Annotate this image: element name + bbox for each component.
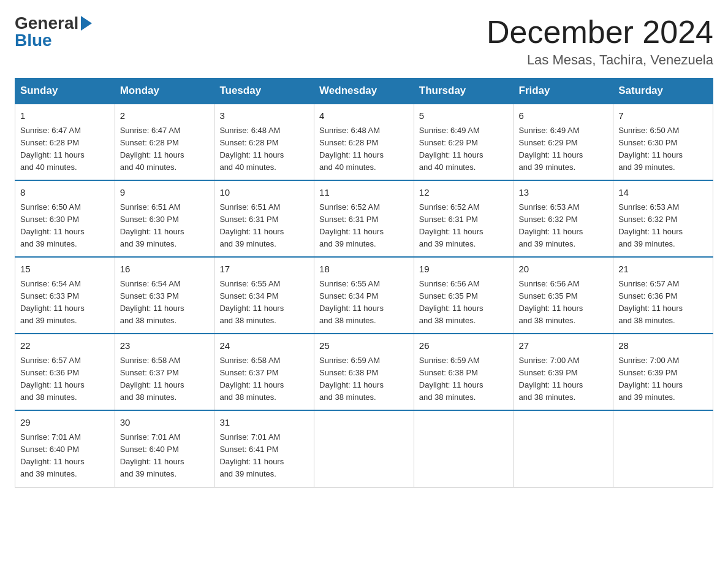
day-number: 11: [319, 186, 409, 200]
day-info: Sunrise: 7:00 AM Sunset: 6:39 PM Dayligh…: [519, 354, 609, 404]
calendar-cell: 22Sunrise: 6:57 AM Sunset: 6:36 PM Dayli…: [15, 334, 115, 410]
day-number: 16: [120, 262, 210, 277]
day-info: Sunrise: 6:50 AM Sunset: 6:30 PM Dayligh…: [618, 124, 708, 174]
calendar-cell: 1Sunrise: 6:47 AM Sunset: 6:28 PM Daylig…: [15, 104, 115, 180]
day-number: 26: [419, 339, 509, 353]
day-info: Sunrise: 6:50 AM Sunset: 6:30 PM Dayligh…: [20, 201, 110, 251]
day-number: 15: [20, 262, 110, 277]
day-info: Sunrise: 6:48 AM Sunset: 6:28 PM Dayligh…: [219, 124, 309, 174]
day-number: 9: [120, 186, 210, 200]
calendar-week-row: 15Sunrise: 6:54 AM Sunset: 6:33 PM Dayli…: [15, 257, 713, 334]
day-number: 14: [618, 186, 708, 200]
day-number: 5: [419, 109, 509, 123]
calendar-table: SundayMondayTuesdayWednesdayThursdayFrid…: [15, 78, 713, 487]
calendar-cell: 31Sunrise: 7:01 AM Sunset: 6:41 PM Dayli…: [214, 410, 314, 487]
calendar-cell: 26Sunrise: 6:59 AM Sunset: 6:38 PM Dayli…: [414, 334, 514, 410]
day-info: Sunrise: 7:01 AM Sunset: 6:40 PM Dayligh…: [120, 431, 210, 481]
day-number: 25: [319, 339, 409, 353]
day-info: Sunrise: 7:01 AM Sunset: 6:41 PM Dayligh…: [219, 431, 309, 481]
day-info: Sunrise: 6:52 AM Sunset: 6:31 PM Dayligh…: [319, 201, 409, 251]
day-info: Sunrise: 6:47 AM Sunset: 6:28 PM Dayligh…: [120, 124, 210, 174]
calendar-cell: 29Sunrise: 7:01 AM Sunset: 6:40 PM Dayli…: [15, 410, 115, 487]
day-number: 27: [519, 339, 609, 353]
calendar-cell: 21Sunrise: 6:57 AM Sunset: 6:36 PM Dayli…: [613, 257, 713, 334]
day-number: 30: [120, 416, 210, 430]
day-number: 7: [618, 109, 708, 123]
calendar-header-thursday: Thursday: [414, 79, 514, 104]
calendar-cell: 3Sunrise: 6:48 AM Sunset: 6:28 PM Daylig…: [214, 104, 314, 180]
calendar-cell: 4Sunrise: 6:48 AM Sunset: 6:28 PM Daylig…: [314, 104, 414, 180]
calendar-cell: 27Sunrise: 7:00 AM Sunset: 6:39 PM Dayli…: [514, 334, 613, 410]
day-number: 17: [219, 262, 309, 277]
calendar-header-tuesday: Tuesday: [214, 79, 314, 104]
day-info: Sunrise: 6:48 AM Sunset: 6:28 PM Dayligh…: [319, 124, 409, 174]
calendar-cell: [414, 410, 514, 487]
day-info: Sunrise: 6:54 AM Sunset: 6:33 PM Dayligh…: [20, 278, 110, 327]
day-number: 31: [219, 416, 309, 430]
day-info: Sunrise: 6:54 AM Sunset: 6:33 PM Dayligh…: [120, 278, 210, 327]
calendar-cell: 9Sunrise: 6:51 AM Sunset: 6:30 PM Daylig…: [115, 180, 214, 257]
day-number: 23: [120, 339, 210, 353]
day-number: 20: [519, 262, 609, 277]
day-info: Sunrise: 6:57 AM Sunset: 6:36 PM Dayligh…: [20, 354, 110, 404]
day-number: 13: [519, 186, 609, 200]
day-info: Sunrise: 6:56 AM Sunset: 6:35 PM Dayligh…: [519, 278, 609, 327]
calendar-cell: 14Sunrise: 6:53 AM Sunset: 6:32 PM Dayli…: [613, 180, 713, 257]
day-info: Sunrise: 6:57 AM Sunset: 6:36 PM Dayligh…: [618, 278, 708, 327]
calendar-header-wednesday: Wednesday: [314, 79, 414, 104]
calendar-cell: 23Sunrise: 6:58 AM Sunset: 6:37 PM Dayli…: [115, 334, 214, 410]
calendar-cell: 8Sunrise: 6:50 AM Sunset: 6:30 PM Daylig…: [15, 180, 115, 257]
calendar-cell: [514, 410, 613, 487]
day-number: 24: [219, 339, 309, 353]
calendar-header-friday: Friday: [514, 79, 613, 104]
calendar-header-monday: Monday: [115, 79, 214, 104]
calendar-cell: 5Sunrise: 6:49 AM Sunset: 6:29 PM Daylig…: [414, 104, 514, 180]
day-info: Sunrise: 6:47 AM Sunset: 6:28 PM Dayligh…: [20, 124, 110, 174]
calendar-cell: 10Sunrise: 6:51 AM Sunset: 6:31 PM Dayli…: [214, 180, 314, 257]
logo-arrow-icon: [81, 16, 92, 31]
calendar-cell: 18Sunrise: 6:55 AM Sunset: 6:34 PM Dayli…: [314, 257, 414, 334]
day-number: 8: [20, 186, 110, 200]
day-info: Sunrise: 6:49 AM Sunset: 6:29 PM Dayligh…: [519, 124, 609, 174]
day-info: Sunrise: 6:55 AM Sunset: 6:34 PM Dayligh…: [219, 278, 309, 327]
day-info: Sunrise: 6:53 AM Sunset: 6:32 PM Dayligh…: [618, 201, 708, 251]
calendar-week-row: 1Sunrise: 6:47 AM Sunset: 6:28 PM Daylig…: [15, 104, 713, 180]
day-info: Sunrise: 6:51 AM Sunset: 6:31 PM Dayligh…: [219, 201, 309, 251]
day-info: Sunrise: 6:51 AM Sunset: 6:30 PM Dayligh…: [120, 201, 210, 251]
day-info: Sunrise: 6:56 AM Sunset: 6:35 PM Dayligh…: [419, 278, 509, 327]
calendar-cell: 25Sunrise: 6:59 AM Sunset: 6:38 PM Dayli…: [314, 334, 414, 410]
day-info: Sunrise: 6:59 AM Sunset: 6:38 PM Dayligh…: [419, 354, 509, 404]
day-number: 18: [319, 262, 409, 277]
day-number: 2: [120, 109, 210, 123]
title-section: December 2024 Las Mesas, Tachira, Venezu…: [487, 15, 713, 68]
month-title: December 2024: [487, 15, 713, 50]
calendar-cell: 19Sunrise: 6:56 AM Sunset: 6:35 PM Dayli…: [414, 257, 514, 334]
day-info: Sunrise: 6:49 AM Sunset: 6:29 PM Dayligh…: [419, 124, 509, 174]
calendar-header-saturday: Saturday: [613, 79, 713, 104]
calendar-cell: [613, 410, 713, 487]
calendar-cell: 15Sunrise: 6:54 AM Sunset: 6:33 PM Dayli…: [15, 257, 115, 334]
day-number: 22: [20, 339, 110, 353]
calendar-header-row: SundayMondayTuesdayWednesdayThursdayFrid…: [15, 79, 713, 104]
day-info: Sunrise: 6:53 AM Sunset: 6:32 PM Dayligh…: [519, 201, 609, 251]
day-info: Sunrise: 6:52 AM Sunset: 6:31 PM Dayligh…: [419, 201, 509, 251]
logo: General Blue: [15, 15, 92, 49]
calendar-cell: 13Sunrise: 6:53 AM Sunset: 6:32 PM Dayli…: [514, 180, 613, 257]
day-info: Sunrise: 6:58 AM Sunset: 6:37 PM Dayligh…: [219, 354, 309, 404]
day-number: 28: [618, 339, 708, 353]
calendar-cell: 16Sunrise: 6:54 AM Sunset: 6:33 PM Dayli…: [115, 257, 214, 334]
day-number: 4: [319, 109, 409, 123]
calendar-cell: 28Sunrise: 7:00 AM Sunset: 6:39 PM Dayli…: [613, 334, 713, 410]
calendar-week-row: 29Sunrise: 7:01 AM Sunset: 6:40 PM Dayli…: [15, 410, 713, 487]
day-info: Sunrise: 7:01 AM Sunset: 6:40 PM Dayligh…: [20, 431, 110, 481]
day-info: Sunrise: 7:00 AM Sunset: 6:39 PM Dayligh…: [618, 354, 708, 404]
calendar-cell: 17Sunrise: 6:55 AM Sunset: 6:34 PM Dayli…: [214, 257, 314, 334]
day-info: Sunrise: 6:59 AM Sunset: 6:38 PM Dayligh…: [319, 354, 409, 404]
logo-blue: Blue: [15, 31, 52, 50]
calendar-cell: 12Sunrise: 6:52 AM Sunset: 6:31 PM Dayli…: [414, 180, 514, 257]
calendar-week-row: 8Sunrise: 6:50 AM Sunset: 6:30 PM Daylig…: [15, 180, 713, 257]
day-number: 12: [419, 186, 509, 200]
day-number: 6: [519, 109, 609, 123]
calendar-cell: 7Sunrise: 6:50 AM Sunset: 6:30 PM Daylig…: [613, 104, 713, 180]
location-title: Las Mesas, Tachira, Venezuela: [487, 52, 713, 68]
